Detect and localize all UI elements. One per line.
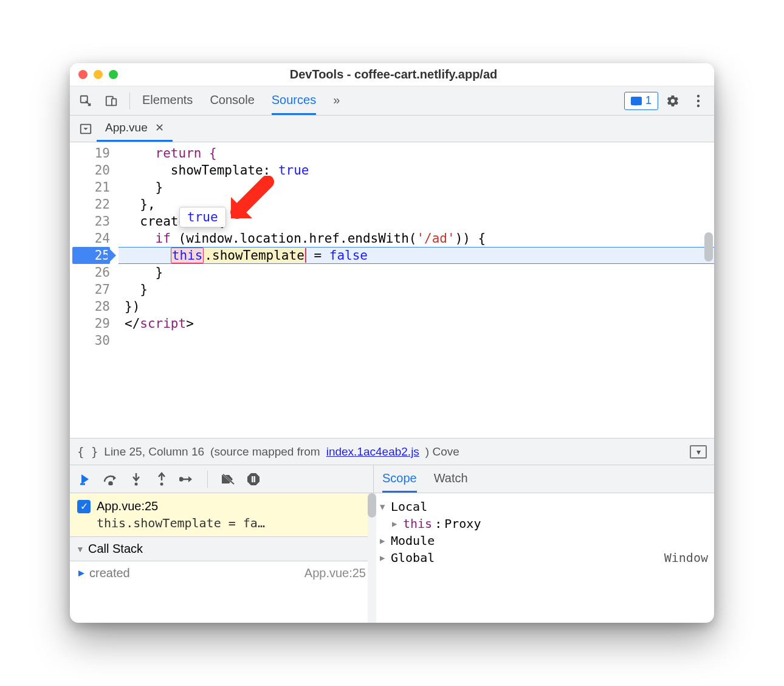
scope-tree: ▼Local ▶this: Proxy ▶Module ▶GlobalWindo… bbox=[374, 493, 714, 571]
scope-this[interactable]: ▶this: Proxy bbox=[380, 515, 708, 532]
scope-global[interactable]: ▶GlobalWindow bbox=[380, 549, 708, 566]
deactivate-breakpoints-icon[interactable] bbox=[220, 471, 236, 487]
inspect-element-icon[interactable] bbox=[75, 90, 97, 112]
step-over-icon[interactable] bbox=[103, 471, 119, 487]
device-toolbar-icon[interactable] bbox=[100, 90, 122, 112]
current-breakpoint-box: ✓ App.vue:25 this.showTemplate = fa… bbox=[70, 493, 373, 536]
resume-icon[interactable] bbox=[77, 471, 93, 487]
svg-point-3 bbox=[697, 94, 700, 97]
coverage-dropdown-icon[interactable]: ▾ bbox=[690, 445, 707, 459]
debugger-panel: ✓ App.vue:25 this.showTemplate = fa… ▼ C… bbox=[70, 465, 714, 623]
svg-rect-14 bbox=[254, 476, 256, 482]
current-frame-icon bbox=[77, 569, 86, 578]
debugger-right-panel: Scope Watch ▼Local ▶this: Proxy ▶Module … bbox=[374, 465, 714, 623]
scope-module[interactable]: ▶Module bbox=[380, 532, 708, 549]
scope-watch-tabs: Scope Watch bbox=[374, 465, 714, 493]
minimize-window-button[interactable] bbox=[94, 70, 103, 79]
window-title: DevTools - coffee-cart.netlify.app/ad bbox=[118, 68, 669, 81]
svg-rect-13 bbox=[252, 476, 253, 482]
svg-point-10 bbox=[180, 477, 183, 480]
kebab-menu-icon[interactable] bbox=[687, 90, 709, 112]
tab-more[interactable]: » bbox=[333, 86, 340, 115]
svg-point-4 bbox=[697, 99, 700, 102]
step-out-icon[interactable] bbox=[154, 471, 170, 487]
close-tab-icon[interactable]: ✕ bbox=[155, 121, 164, 134]
step-icon[interactable] bbox=[179, 471, 195, 487]
scope-local[interactable]: ▼Local bbox=[380, 498, 708, 515]
main-toolbar: Elements Console Sources » 1 bbox=[70, 86, 714, 116]
svg-point-9 bbox=[160, 482, 163, 485]
file-tab-label: App.vue bbox=[105, 121, 148, 134]
maximize-window-button[interactable] bbox=[109, 70, 118, 79]
left-panel-scrollbar[interactable] bbox=[368, 493, 376, 623]
hover-value-tooltip: true bbox=[179, 207, 226, 227]
svg-point-7 bbox=[109, 482, 112, 485]
watch-tab[interactable]: Watch bbox=[434, 465, 468, 493]
source-map-link[interactable]: index.1ac4eab2.js bbox=[326, 445, 419, 459]
feedback-button[interactable]: 1 bbox=[624, 92, 658, 110]
chevron-down-icon: ▼ bbox=[76, 544, 84, 554]
close-window-button[interactable] bbox=[78, 70, 88, 79]
editor-status-bar: { } Line 25, Column 16 (source mapped fr… bbox=[70, 438, 714, 465]
settings-icon[interactable] bbox=[662, 90, 684, 112]
titlebar: DevTools - coffee-cart.netlify.app/ad bbox=[70, 63, 714, 86]
breakpoint-enable-checkbox[interactable]: ✓ bbox=[77, 500, 91, 513]
cursor-position: Line 25, Column 16 bbox=[104, 445, 204, 459]
code-editor[interactable]: 192021222324 25 2627282930 return { show… bbox=[70, 142, 714, 438]
tab-elements[interactable]: Elements bbox=[142, 86, 193, 115]
show-navigator-icon[interactable] bbox=[75, 118, 97, 140]
svg-point-8 bbox=[135, 482, 138, 485]
file-tab-app-vue[interactable]: App.vue ✕ bbox=[97, 116, 173, 142]
svg-point-5 bbox=[697, 104, 700, 106]
file-tabs-bar: App.vue ✕ bbox=[70, 116, 714, 142]
breakpoint-marker[interactable]: 25 bbox=[72, 247, 110, 264]
pause-on-exceptions-icon[interactable] bbox=[246, 471, 261, 487]
call-stack-header[interactable]: ▼ Call Stack bbox=[70, 536, 373, 561]
code-area[interactable]: return { showTemplate: true } }, created… bbox=[119, 142, 714, 438]
call-stack-frame[interactable]: created App.vue:25 bbox=[70, 561, 373, 585]
traffic-lights bbox=[78, 70, 118, 79]
svg-rect-2 bbox=[112, 99, 116, 105]
panel-tabs: Elements Console Sources » bbox=[137, 86, 340, 115]
devtools-window: DevTools - coffee-cart.netlify.app/ad El… bbox=[70, 63, 714, 623]
debugger-left-panel: ✓ App.vue:25 this.showTemplate = fa… ▼ C… bbox=[70, 465, 374, 623]
tab-sources[interactable]: Sources bbox=[272, 86, 316, 115]
breakpoint-snippet: this.showTemplate = fa… bbox=[77, 516, 366, 530]
scope-tab[interactable]: Scope bbox=[382, 465, 417, 493]
tab-console[interactable]: Console bbox=[210, 86, 254, 115]
line-gutter[interactable]: 192021222324 25 2627282930 bbox=[70, 142, 119, 438]
debugger-toolbar bbox=[70, 465, 373, 493]
feedback-count: 1 bbox=[645, 94, 652, 107]
breakpoint-file-line[interactable]: App.vue:25 bbox=[97, 499, 158, 513]
step-into-icon[interactable] bbox=[128, 471, 144, 487]
annotation-arrow-icon bbox=[225, 176, 280, 230]
feedback-icon bbox=[631, 97, 642, 105]
pretty-print-icon[interactable]: { } bbox=[77, 445, 98, 459]
